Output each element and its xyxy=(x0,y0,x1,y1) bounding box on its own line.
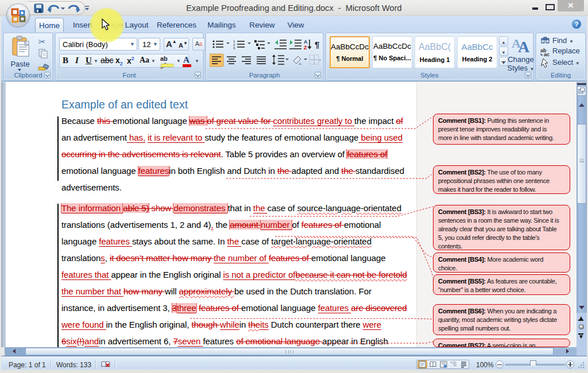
svg-text:ac: ac xyxy=(544,52,550,57)
svg-text:A: A xyxy=(304,39,308,45)
svg-text:A: A xyxy=(518,38,530,55)
svg-text:Z: Z xyxy=(304,45,307,50)
svg-text:3: 3 xyxy=(233,46,235,50)
svg-text:¶: ¶ xyxy=(315,40,319,49)
